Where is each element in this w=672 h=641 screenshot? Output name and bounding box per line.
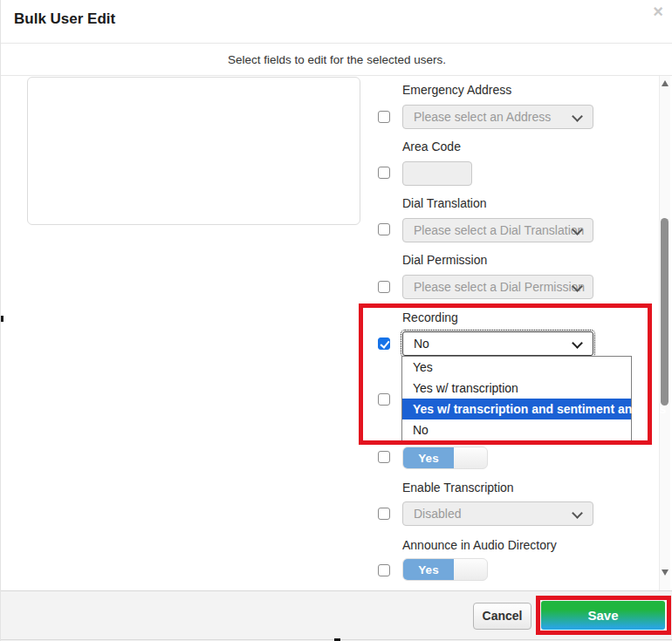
scrollbar-up-icon[interactable] bbox=[662, 80, 669, 86]
announce-audio-directory-toggle[interactable]: Yes bbox=[402, 558, 488, 581]
selected-users-box bbox=[27, 77, 360, 225]
dial-permission-checkbox[interactable] bbox=[378, 281, 390, 293]
emergency-address-select[interactable]: Please select an Address bbox=[402, 105, 593, 129]
enable-transcription-value: Disabled bbox=[414, 507, 461, 521]
chevron-down-icon bbox=[572, 508, 583, 519]
recording-label: Recording bbox=[402, 310, 458, 324]
area-code-label: Area Code bbox=[402, 140, 461, 153]
toggle-row-checkbox[interactable] bbox=[378, 451, 390, 463]
stray-mark-left bbox=[1, 316, 3, 322]
dial-translation-select[interactable]: Please select a Dial Translation bbox=[402, 218, 593, 242]
toggle-on-label: Yes bbox=[403, 447, 454, 468]
recording-option-yes-transcription-sentiment[interactable]: Yes w/ transcription and sentiment analy… bbox=[402, 399, 631, 419]
emergency-address-placeholder: Please select an Address bbox=[414, 110, 551, 124]
enable-transcription-label: Enable Transcription bbox=[402, 481, 514, 494]
area-code-input[interactable] bbox=[402, 161, 472, 186]
dial-permission-label: Dial Permission bbox=[402, 253, 487, 267]
area-code-checkbox[interactable] bbox=[378, 167, 390, 179]
recording-option-yes-transcription[interactable]: Yes w/ transcription bbox=[402, 378, 631, 399]
recording-option-yes[interactable]: Yes bbox=[402, 357, 631, 378]
emergency-address-label: Emergency Address bbox=[402, 83, 511, 97]
recording-checkbox[interactable] bbox=[378, 338, 390, 350]
save-button[interactable]: Save bbox=[541, 601, 665, 630]
close-icon[interactable]: × bbox=[653, 3, 663, 20]
chevron-down-icon bbox=[572, 111, 583, 122]
scrollbar-down-icon[interactable] bbox=[662, 569, 669, 576]
cancel-button[interactable]: Cancel bbox=[473, 603, 531, 630]
unlabeled-toggle[interactable]: Yes bbox=[402, 447, 488, 469]
announce-audio-directory-label: Announce in Audio Directory bbox=[402, 538, 557, 552]
dial-permission-placeholder: Please select a Dial Permission bbox=[414, 280, 585, 294]
dial-translation-checkbox[interactable] bbox=[378, 223, 390, 235]
enable-transcription-checkbox[interactable] bbox=[378, 508, 390, 520]
dial-permission-select[interactable]: Please select a Dial Permission bbox=[402, 275, 593, 299]
toggle-on-label: Yes bbox=[403, 559, 454, 580]
hidden-field-checkbox[interactable] bbox=[378, 393, 390, 406]
announce-audio-directory-checkbox[interactable] bbox=[378, 564, 390, 576]
modal-subtitle: Select fields to edit for the selected u… bbox=[1, 53, 672, 66]
recording-selected-value: No bbox=[414, 337, 429, 351]
chevron-down-icon bbox=[572, 338, 583, 349]
recording-select[interactable]: No bbox=[402, 331, 593, 356]
dial-translation-placeholder: Please select a Dial Translation bbox=[414, 223, 584, 237]
modal-title: Bulk User Edit bbox=[14, 10, 115, 28]
emergency-address-checkbox[interactable] bbox=[378, 111, 390, 123]
scrollbar-thumb[interactable] bbox=[661, 218, 669, 406]
enable-transcription-select[interactable]: Disabled bbox=[402, 501, 593, 526]
dial-translation-label: Dial Translation bbox=[402, 196, 487, 210]
recording-dropdown: Yes Yes w/ transcription Yes w/ transcri… bbox=[401, 356, 632, 441]
recording-option-no[interactable]: No bbox=[402, 419, 631, 440]
